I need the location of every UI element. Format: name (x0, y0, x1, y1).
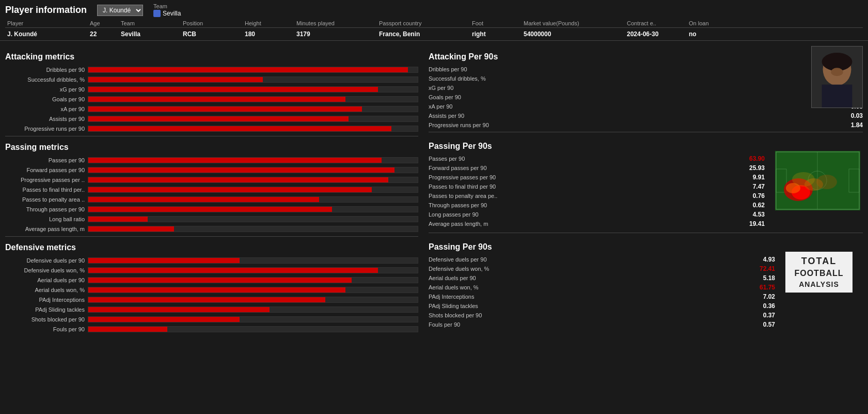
divider-3 (429, 132, 863, 132)
bar-container (88, 277, 418, 283)
player-minutes: 3179 (294, 29, 377, 39)
passing-per90-rows: Passes per 9063.90Forward passes per 902… (429, 155, 765, 227)
per90-row: Defensive duels won, %72.41 (429, 265, 775, 272)
bar-label: Through passes per 90 (5, 206, 88, 212)
divider-2 (5, 236, 418, 237)
bar-label: Aerial duels per 90 (5, 277, 88, 283)
bar-container (88, 187, 418, 193)
bar-container (88, 267, 418, 273)
per90-row: xG per 900.09 (429, 84, 863, 91)
passing-metrics-title: Passing metrics (5, 143, 418, 152)
bar-label: Goals per 90 (5, 96, 88, 102)
bar-fill (88, 278, 352, 283)
per90-label: Shots blocked per 90 (429, 312, 744, 318)
per90-label: Through passes per 90 (429, 202, 734, 208)
bar-row: Assists per 90 (5, 115, 418, 123)
bar-container (88, 287, 418, 293)
bar-container (88, 177, 418, 183)
per90-label: Forward passes per 90 (429, 165, 734, 171)
bar-container (88, 196, 418, 203)
bar-row: Progressive runs per 90 (5, 125, 418, 133)
bar-container (88, 316, 418, 323)
svg-point-15 (816, 175, 837, 189)
per90-value: 0.76 (734, 192, 765, 200)
per90-value: 4.53 (734, 211, 765, 218)
per90-label: Goals per 90 (429, 94, 832, 100)
per90-label: Progressive runs per 90 (429, 122, 832, 128)
bar-fill (88, 258, 240, 263)
bar-label: Passes to penalty area .. (5, 196, 88, 203)
bar-fill (88, 307, 270, 312)
player-photo (811, 46, 863, 108)
attacking-per90-section: Attacking Per 90s Dribbles per 901.61Suc… (429, 52, 863, 129)
bar-fill (88, 167, 394, 173)
per90-label: PAdj Interceptions (429, 294, 744, 300)
bar-row: Passes to final third per.. (5, 186, 418, 194)
logo-container: TOTAL FOOTBALL ANALYSIS (785, 252, 863, 293)
col-height: Height (243, 19, 294, 27)
bar-row: Goals per 90 (5, 95, 418, 103)
per90-label: Long passes per 90 (429, 211, 734, 218)
per90-label: Progressive passes per 90 (429, 174, 734, 180)
per90-row: xA per 900.03 (429, 103, 863, 110)
player-select[interactable]: J. Koundé (97, 5, 143, 16)
bar-container (88, 86, 418, 93)
passing-per90-left: Passing Per 90s Passes per 9063.90Forwar… (429, 135, 765, 229)
bar-row: Fouls per 90 (5, 325, 418, 333)
attacking-per90-title: Attacking Per 90s (429, 52, 863, 62)
col-loan: On loan (687, 19, 728, 27)
defensive-per90-rows: Defensive duels per 904.93Defensive duel… (429, 256, 775, 328)
attacking-metrics-section: Attacking metrics Dribbles per 90Success… (5, 52, 418, 133)
per90-row: Successful dribbles, %59.65 (429, 75, 863, 82)
per90-value: 9.91 (734, 174, 765, 181)
defensive-per90-container: Passing Per 90s Defensive duels per 904.… (429, 236, 863, 330)
col-contract: Contract e.. (625, 19, 687, 27)
per90-row: PAdj Sliding tackles0.36 (429, 302, 775, 310)
player-age: 22 (88, 29, 119, 39)
per90-value: 72.41 (744, 265, 775, 272)
per90-value: 4.93 (744, 256, 775, 263)
bar-label: Passes per 90 (5, 157, 88, 163)
bar-container (88, 157, 418, 163)
per90-row: Assists per 900.03 (429, 112, 863, 119)
left-panel: Attacking metrics Dribbles per 90Success… (5, 46, 418, 335)
per90-label: Dribbles per 90 (429, 66, 832, 72)
bar-fill (88, 268, 378, 273)
bar-container (88, 257, 418, 264)
bar-container (88, 326, 418, 332)
per90-row: PAdj Interceptions7.02 (429, 293, 775, 300)
per90-label: xG per 90 (429, 85, 832, 91)
per90-label: Aerial duels won, % (429, 284, 744, 290)
per90-value: 0.57 (744, 321, 775, 328)
bar-row: PAdj Interceptions (5, 296, 418, 304)
bar-label: Assists per 90 (5, 116, 88, 122)
per90-row: Shots blocked per 900.37 (429, 312, 775, 319)
bar-fill (88, 226, 174, 232)
bar-fill (88, 87, 378, 92)
bar-row: Through passes per 90 (5, 205, 418, 213)
per90-label: Aerial duels per 90 (429, 275, 744, 281)
bar-label: Passes to final third per.. (5, 187, 88, 193)
player-contract: 2024-06-30 (625, 29, 687, 39)
bar-fill (88, 317, 240, 322)
divider-4 (429, 233, 863, 233)
column-headers: Player Age Team Position Height Minutes … (5, 19, 863, 27)
per90-row: Through passes per 900.62 (429, 202, 765, 209)
per90-value: 0.03 (832, 112, 863, 119)
bar-row: Aerial duels won, % (5, 286, 418, 294)
bar-row: xA per 90 (5, 105, 418, 113)
bar-label: Forward passes per 90 (5, 167, 88, 173)
per90-label: Average pass length, m (429, 221, 734, 227)
per90-label: Assists per 90 (429, 113, 832, 119)
bar-label: Shots blocked per 90 (5, 316, 88, 323)
player-height: 180 (243, 29, 294, 39)
bar-fill (88, 187, 372, 192)
bar-label: Aerial duels won, % (5, 287, 88, 293)
bar-fill (88, 106, 362, 112)
total-football-analysis-logo: TOTAL FOOTBALL ANALYSIS (785, 252, 853, 293)
defensive-metrics-section: Defensive metrics Defensive duels per 90… (5, 243, 418, 333)
per90-value: 63.90 (734, 155, 765, 162)
bar-container (88, 306, 418, 313)
per90-value: 1.84 (832, 121, 863, 129)
bar-row: Successful dribbles, % (5, 75, 418, 84)
